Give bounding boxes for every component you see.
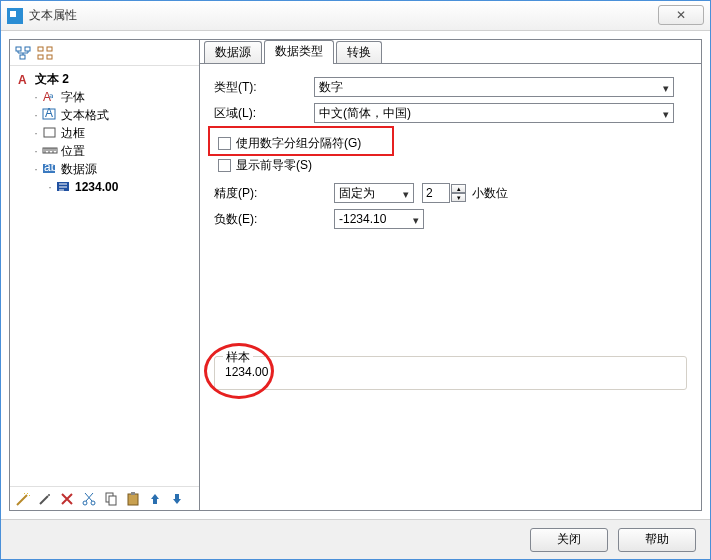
window-title: 文本属性 [29, 7, 77, 24]
tree-dash-icon: · [30, 145, 42, 157]
svg-rect-4 [47, 47, 52, 51]
form-area: 类型(T): 数字 区域(L): 中文(简体，中国) 使用数字分组分隔符(G) … [200, 64, 701, 510]
tree-label: 边框 [61, 125, 85, 142]
svg-point-19 [91, 501, 95, 505]
tab-transform[interactable]: 转换 [336, 41, 382, 63]
tree-root-label: 文本 2 [35, 71, 69, 88]
tree-item-position[interactable]: · 位置 [16, 142, 193, 160]
precision-mode-select[interactable]: 固定为 [334, 183, 414, 203]
precision-spinner[interactable]: ▴ ▾ [422, 183, 466, 203]
close-icon: ✕ [676, 8, 686, 22]
cut-icon[interactable] [80, 490, 98, 508]
tab-datasource[interactable]: 数据源 [204, 41, 262, 63]
tree-item-datasource-value[interactable]: · 1234.00 [16, 178, 193, 196]
svg-rect-5 [38, 55, 43, 59]
tree-label: 1234.00 [75, 180, 118, 194]
svg-rect-0 [16, 47, 21, 51]
object-tree[interactable]: A 文本 2 · Aᵃ 字体 · A 文本格式 · 边框 [10, 66, 199, 486]
spin-up-icon[interactable]: ▴ [451, 184, 466, 193]
svg-rect-12 [44, 128, 55, 137]
close-button[interactable]: 关闭 [530, 528, 608, 552]
svg-rect-22 [128, 494, 138, 505]
sample-group: 样本 1234.00 [214, 356, 687, 390]
type-select[interactable]: 数字 [314, 77, 674, 97]
grouping-checkbox[interactable] [218, 137, 231, 150]
border-icon [42, 125, 58, 141]
type-label: 类型(T): [214, 79, 314, 96]
data-value-icon [56, 179, 72, 195]
svg-point-18 [83, 501, 87, 505]
tree-item-textformat[interactable]: · A 文本格式 [16, 106, 193, 124]
tree-item-border[interactable]: · 边框 [16, 124, 193, 142]
left-panel: A 文本 2 · Aᵃ 字体 · A 文本格式 · 边框 [10, 40, 200, 510]
leadingzero-checkbox[interactable] [218, 159, 231, 172]
tree-root-text[interactable]: A 文本 2 [16, 70, 193, 88]
paste-icon[interactable] [124, 490, 142, 508]
region-select[interactable]: 中文(简体，中国) [314, 103, 674, 123]
svg-rect-23 [131, 492, 135, 495]
tree-item-datasource[interactable]: · ab 数据源 [16, 160, 193, 178]
tree-label: 数据源 [61, 161, 97, 178]
help-button[interactable]: 帮助 [618, 528, 696, 552]
precision-input[interactable] [422, 183, 450, 203]
region-label: 区域(L): [214, 105, 314, 122]
datasource-icon: ab [42, 161, 58, 177]
spin-down-icon[interactable]: ▾ [451, 193, 466, 202]
negative-select[interactable]: -1234.10 [334, 209, 424, 229]
wand2-icon[interactable] [36, 490, 54, 508]
svg-rect-2 [20, 55, 25, 59]
content-area: A 文本 2 · Aᵃ 字体 · A 文本格式 · 边框 [1, 31, 710, 519]
left-toolbar [10, 40, 199, 66]
right-panel: 数据源 数据类型 转换 类型(T): 数字 区域(L): 中文(简体，中国) [200, 40, 701, 510]
tree-item-font[interactable]: · Aᵃ 字体 [16, 88, 193, 106]
dialog-footer: 关闭 帮助 [1, 519, 710, 559]
tab-datatype[interactable]: 数据类型 [264, 40, 334, 63]
ruler-icon [42, 143, 58, 159]
left-bottom-toolbar [10, 486, 199, 510]
svg-point-17 [48, 494, 50, 496]
app-icon [7, 8, 23, 24]
tree-label: 字体 [61, 89, 85, 106]
copy-icon[interactable] [102, 490, 120, 508]
precision-label: 精度(P): [214, 185, 314, 202]
svg-rect-6 [47, 55, 52, 59]
tab-bar: 数据源 数据类型 转换 [200, 40, 701, 64]
negative-label: 负数(E): [214, 211, 314, 228]
svg-rect-25 [175, 494, 179, 499]
tree-dash-icon: · [30, 109, 42, 121]
tree-dash-icon: · [30, 91, 42, 103]
window-close-button[interactable]: ✕ [658, 5, 704, 25]
svg-rect-1 [25, 47, 30, 51]
svg-rect-21 [109, 496, 116, 505]
font-icon: Aᵃ [42, 89, 58, 105]
svg-text:A: A [45, 107, 53, 120]
title-bar: 文本属性 ✕ [1, 1, 710, 31]
grouping-label: 使用数字分组分隔符(G) [236, 135, 361, 152]
toolbar-grid-icon[interactable] [36, 44, 54, 62]
leadingzero-label: 显示前导零(S) [236, 157, 312, 174]
svg-rect-3 [38, 47, 43, 51]
sample-value: 1234.00 [225, 365, 676, 379]
precision-suffix: 小数位 [472, 185, 508, 202]
sample-legend: 样本 [223, 349, 253, 366]
tree-label: 文本格式 [61, 107, 109, 124]
svg-text:ᵃ: ᵃ [49, 91, 54, 105]
down-icon[interactable] [168, 490, 186, 508]
tree-label: 位置 [61, 143, 85, 160]
svg-text:ab: ab [44, 161, 58, 174]
wand-icon[interactable] [14, 490, 32, 508]
tree-expand-icon: · [30, 163, 42, 175]
text-a-icon: A [16, 71, 32, 87]
tree-dash-icon: · [30, 127, 42, 139]
delete-icon[interactable] [58, 490, 76, 508]
textformat-icon: A [42, 107, 58, 123]
svg-rect-24 [153, 499, 157, 504]
tree-leaf-icon: · [44, 181, 56, 193]
svg-text:A: A [18, 73, 27, 87]
toolbar-tree-icon[interactable] [14, 44, 32, 62]
up-icon[interactable] [146, 490, 164, 508]
